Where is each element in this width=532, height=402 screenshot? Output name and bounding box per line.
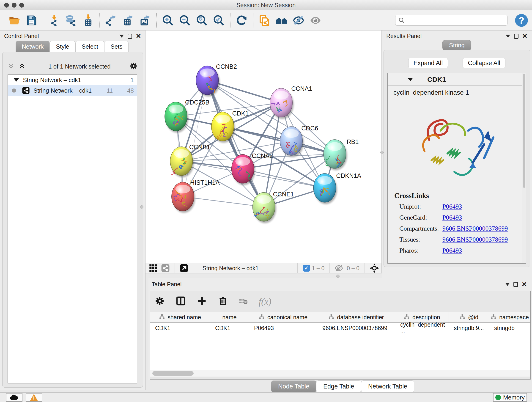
import-table-icon[interactable]	[82, 14, 95, 27]
string-panel-icon[interactable]	[258, 14, 271, 27]
tab-select[interactable]: Select	[75, 41, 104, 52]
table-gear-icon[interactable]	[155, 296, 165, 307]
table-cell[interactable]: CDK1	[150, 323, 210, 333]
tab-network[interactable]: Network	[16, 41, 50, 52]
column-header-description[interactable]: description	[395, 312, 449, 322]
open-file-icon[interactable]	[8, 14, 21, 27]
refresh-network-icon[interactable]	[235, 14, 248, 27]
export-network-icon[interactable]	[104, 14, 118, 27]
column-header--id[interactable]: @id	[449, 312, 489, 322]
network-node-ccna1[interactable]: CCNA1	[270, 85, 312, 119]
help-button[interactable]: ?	[515, 14, 528, 27]
export-image-icon[interactable]	[138, 14, 152, 27]
zoom-in-icon[interactable]	[161, 14, 175, 27]
gene-collapse-icon[interactable]	[408, 78, 413, 81]
left-splitter-handle[interactable]	[140, 205, 143, 209]
network-row[interactable]: String Network – cdk1 11 48	[8, 85, 137, 96]
crosslink-link[interactable]: P06493	[443, 246, 462, 255]
panel-menu-icon[interactable]	[119, 35, 124, 38]
tab-edge-table[interactable]: Edge Table	[316, 380, 361, 392]
tab-network-table[interactable]: Network Table	[361, 380, 414, 392]
table-cell[interactable]: cyclin–dependent ...	[395, 323, 449, 333]
results-scrollbar[interactable]	[522, 73, 526, 263]
search-input[interactable]	[407, 17, 505, 24]
expand-all-button[interactable]: Expand All	[408, 58, 448, 68]
table-close-icon[interactable]: ✕	[522, 281, 527, 288]
column-header-shared-name[interactable]: shared name	[150, 312, 210, 322]
table-row[interactable]: CDK1CDK1P064939606.ENSP00000378699cyclin…	[150, 323, 530, 333]
network-collection-row[interactable]: String Network – cdk1 1	[8, 75, 137, 85]
network-node-ccnb1[interactable]: CCNB1	[170, 144, 210, 177]
table-cell[interactable]: 9606.ENSP00000378699	[317, 323, 395, 333]
export-table-icon[interactable]	[121, 14, 135, 27]
network-edge[interactable]	[207, 80, 264, 207]
right-splitter-handle[interactable]	[380, 151, 384, 154]
minimize-window-button[interactable]	[12, 3, 17, 7]
panel-float-icon[interactable]	[128, 34, 132, 39]
tab-string[interactable]: String	[443, 40, 471, 50]
expand-all-networks-icon[interactable]	[19, 63, 25, 70]
network-share-icon[interactable]	[161, 264, 170, 273]
node-table[interactable]: shared namenamecanonical namedatabase id…	[150, 312, 530, 370]
zoom-out-icon[interactable]	[178, 14, 191, 27]
import-network-icon[interactable]	[48, 14, 61, 27]
crosslink-link[interactable]: 9606.ENSP00000378699	[443, 224, 508, 233]
save-session-icon[interactable]	[25, 14, 38, 27]
zoom-selected-icon[interactable]	[212, 14, 225, 27]
hidden-eye-icon[interactable]	[335, 264, 343, 273]
horizontal-splitter-handle[interactable]	[336, 274, 340, 278]
crosslink-link[interactable]: P06493	[443, 213, 462, 222]
collection-expand-icon[interactable]	[14, 78, 19, 82]
selected-checkbox[interactable]: ✓	[303, 265, 310, 272]
close-window-button[interactable]	[4, 3, 9, 7]
crosslink-link[interactable]: 9606.ENSP00000378699	[443, 235, 508, 244]
show-columns-icon[interactable]	[176, 296, 186, 307]
zoom-fit-icon[interactable]	[195, 14, 209, 27]
tab-sets[interactable]: Sets	[104, 41, 128, 52]
gene-header-row[interactable]: CDK1	[388, 73, 526, 86]
hide-selected-icon[interactable]	[292, 14, 305, 27]
cloud-status-button[interactable]	[6, 393, 22, 402]
panel-close-icon[interactable]: ✕	[136, 33, 141, 39]
collapse-all-button[interactable]: Collapse All	[462, 58, 505, 68]
function-builder-icon[interactable]: f(x)	[259, 296, 272, 307]
grid-view-icon[interactable]	[149, 264, 158, 273]
import-database-icon[interactable]	[65, 14, 78, 27]
collapse-all-networks-icon[interactable]	[7, 63, 14, 70]
results-float-icon[interactable]	[514, 34, 519, 39]
maximize-window-button[interactable]	[19, 3, 24, 7]
table-horizontal-scrollbar[interactable]	[150, 370, 530, 376]
network-node-ccnb2[interactable]: CCNB2	[196, 63, 237, 96]
home-layout-icon[interactable]	[275, 14, 288, 27]
table-float-icon[interactable]	[513, 282, 518, 287]
column-header-canonical-name[interactable]: canonical name	[249, 312, 317, 322]
table-cell[interactable]: stringdb	[489, 323, 530, 333]
show-all-icon[interactable]	[309, 14, 322, 27]
delete-table-icon[interactable]	[239, 297, 248, 306]
column-header-namespace[interactable]: namespace	[489, 312, 530, 322]
network-canvas[interactable]: CCNB2 CCNA1 CDC25B CDK1 CDC6	[146, 31, 382, 263]
tab-node-table[interactable]: Node Table	[271, 380, 317, 392]
table-cell[interactable]: CDK1	[210, 323, 249, 333]
network-node-hist1h1a[interactable]: HIST1H1A	[172, 179, 220, 213]
gear-icon[interactable]	[129, 62, 138, 71]
network-node-ccne1[interactable]: CCNE1	[253, 191, 294, 223]
delete-column-icon[interactable]	[218, 296, 228, 307]
crosslink-link[interactable]: P06493	[443, 202, 462, 211]
warning-status-button[interactable]	[26, 393, 42, 402]
window-controls[interactable]	[4, 3, 24, 7]
tab-style[interactable]: Style	[50, 41, 75, 52]
table-cell[interactable]: stringdb:9...	[449, 323, 489, 333]
network-node-cdk1[interactable]: CDK1	[211, 110, 249, 143]
network-node-rb1[interactable]: RB1	[323, 138, 359, 170]
network-node-ccna2[interactable]: CCNA2	[232, 153, 273, 185]
open-in-new-window-icon[interactable]	[180, 264, 188, 273]
network-node-cdkn1a[interactable]: CDKN1A	[313, 172, 361, 204]
add-column-icon[interactable]	[197, 296, 207, 307]
column-header-database-identifier[interactable]: database identifier	[317, 312, 395, 322]
table-cell[interactable]: P06493	[249, 323, 317, 333]
fit-selected-icon[interactable]	[370, 263, 379, 273]
search-box[interactable]	[395, 15, 507, 26]
results-close-icon[interactable]: ✕	[522, 33, 527, 39]
results-menu-icon[interactable]	[506, 35, 510, 38]
